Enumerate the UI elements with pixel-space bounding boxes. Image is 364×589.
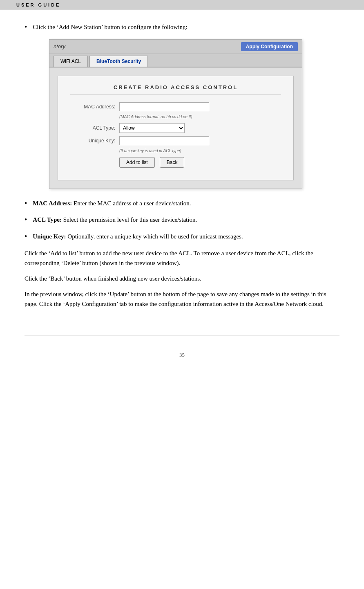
sc-top-bar: ntory Apply Configuration [49,40,302,54]
sc-form-title: CREATE RADIO ACCESS CONTROL [70,84,281,95]
sc-add-to-list-btn[interactable]: Add to list [119,157,155,168]
sc-acl-select[interactable]: Allow Deny [119,123,185,133]
unique-key-bold-term: Unique Key: [33,233,66,240]
sc-mac-label: MAC Address: [70,104,115,110]
sc-button-row: Add to list Back [119,157,281,168]
bullet-dot-acl: • [25,216,27,223]
sc-tab-bluetooth[interactable]: BlueTooth Security [89,56,148,67]
screenshot-container: ntory Apply Configuration WiFi ACL BlueT… [49,39,302,189]
mac-bullet-text: MAC Address: Enter the MAC address of a … [33,199,191,208]
sc-unique-key-label: Unique Key: [70,138,115,144]
unique-key-bullet-text: Unique Key: Optionally, enter a unique k… [33,232,243,241]
mac-bold-term: MAC Address: [33,200,72,207]
sc-acl-label: ACL Type: [70,125,115,131]
acl-bullet-text: ACL Type: Select the permission level fo… [33,215,197,225]
sc-form-box: CREATE RADIO ACCESS CONTROL MAC Address:… [58,76,294,180]
sc-mac-row: MAC Address: [70,102,281,111]
acl-bold-term: ACL Type: [33,216,62,223]
mac-address-bullet: • MAC Address: Enter the MAC address of … [25,199,339,208]
sc-select-wrapper: Allow Deny [119,123,185,133]
sc-acl-row: ACL Type: Allow Deny [70,123,281,133]
sc-mac-input[interactable] [119,102,209,111]
sc-inventory-label: ntory [54,43,65,49]
bullet-dot-mac: • [25,200,27,207]
sc-mac-hint: (MAC Address format: aa:bb:cc:dd:ee:ff) [119,115,281,119]
body-para-1: Click the ‘Add to list’ button to add th… [25,248,339,268]
page-header: USER GUIDE [0,0,364,10]
bullet-dot: • [25,23,27,31]
intro-bullet: • Click the ‘Add New Station’ button to … [25,22,339,32]
sc-tab-wifi[interactable]: WiFi ACL [54,56,88,67]
sc-inner: CREATE RADIO ACCESS CONTROL MAC Address:… [49,67,302,189]
sc-unique-key-input[interactable] [119,136,209,145]
intro-bullet-text: Click the ‘Add New Station’ button to co… [33,22,187,32]
sc-tabs: WiFi ACL BlueTooth Security [49,54,302,67]
sc-apply-btn[interactable]: Apply Configuration [241,42,298,51]
body-para-3: In the previous window, click the ‘Updat… [25,289,339,309]
sc-back-btn[interactable]: Back [160,157,185,168]
sc-unique-key-row: Unique Key: [70,136,281,145]
page-number: 35 [179,352,185,358]
acl-type-bullet: • ACL Type: Select the permission level … [25,215,339,225]
header-label: USER GUIDE [16,2,60,7]
sc-unique-key-hint: (If unique key is used in ACL type) [119,148,281,153]
footer-line [25,335,339,335]
body-para-2: Click the ‘Back’ button when finished ad… [25,274,339,283]
page-content: • Click the ‘Add New Station’ button to … [0,10,364,331]
unique-key-bullet: • Unique Key: Optionally, enter a unique… [25,232,339,241]
bullet-dot-unique: • [25,233,27,240]
page-footer: 35 [0,352,364,366]
